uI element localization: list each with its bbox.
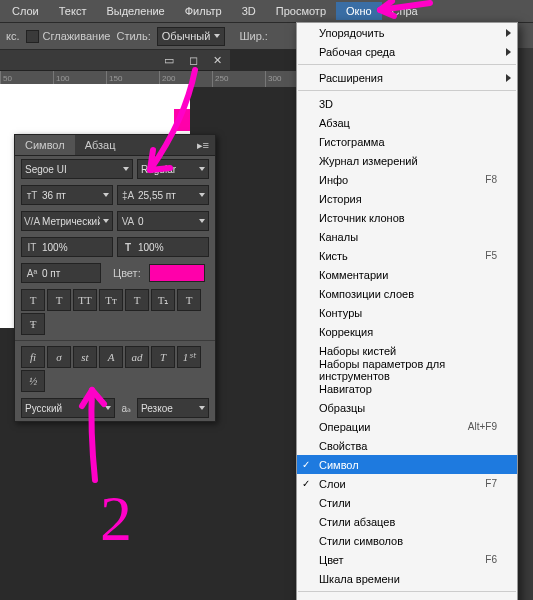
menu-item-рабочая-среда[interactable]: Рабочая среда [297,42,517,61]
panel-menu-icon[interactable]: ▸≡ [191,139,215,152]
menu-item-свойства[interactable]: Свойства [297,436,517,455]
opentype-button[interactable]: ½ [21,370,45,392]
menu-item-слои[interactable]: ✓СлоиF7 [297,474,517,493]
selection-box [174,109,190,131]
character-panel[interactable]: Символ Абзац ▸≡ Segoe UI Regular тT36 пт… [14,134,216,422]
vscale-icon: IT [25,240,39,254]
style-button[interactable]: T₁ [151,289,175,311]
style-label: Стиль: [116,30,150,42]
color-label: Цвет: [113,267,141,279]
maximize-icon[interactable]: ◻ [186,54,200,67]
menu-слои[interactable]: Слои [2,2,49,20]
style-button[interactable]: TT [73,289,97,311]
menu-item-композиции-слоев[interactable]: Композиции слоев [297,284,517,303]
menu-item-инфо[interactable]: ИнфоF8 [297,170,517,189]
menu-item-наборы-параметров-для-инструментов[interactable]: Наборы параметров для инструментов [297,360,517,379]
menu-item-история[interactable]: История [297,189,517,208]
style-dropdown[interactable]: Обычный [157,27,226,46]
menu-item-кисть[interactable]: КистьF5 [297,246,517,265]
menu-текст[interactable]: Текст [49,2,97,20]
menu-item-параметры[interactable]: ✓Параметры [297,595,517,600]
font-size-field[interactable]: тT36 пт [21,185,113,205]
width-label: Шир.: [239,30,267,42]
panel-tabs: Символ Абзац ▸≡ [15,135,215,156]
menu-item-источник-клонов[interactable]: Источник клонов [297,208,517,227]
menu-item-стили[interactable]: Стили [297,493,517,512]
menubar: СлоиТекстВыделениеФильтр3DПросмотрОкноСп… [0,0,533,23]
tab-paragraph[interactable]: Абзац [75,135,126,155]
horizontal-scale-field[interactable]: T100% [117,237,209,257]
menu-item-3d[interactable]: 3D [297,94,517,113]
color-swatch[interactable] [149,264,205,282]
tracking-field[interactable]: VA0 [117,211,209,231]
menu-item-каналы[interactable]: Каналы [297,227,517,246]
menu-item-операции[interactable]: ОперацииAlt+F9 [297,417,517,436]
menu-item-расширения[interactable]: Расширения [297,68,517,87]
menu-item-стили-абзацев[interactable]: Стили абзацев [297,512,517,531]
menu-item-коррекция[interactable]: Коррекция [297,322,517,341]
menu-выделение[interactable]: Выделение [96,2,174,20]
baseline-icon: Aª [25,266,39,280]
menu-item-контуры[interactable]: Контуры [297,303,517,322]
kerning-field[interactable]: V/AМетрический [21,211,113,231]
tab-character[interactable]: Символ [15,135,75,155]
kerning-icon: V/A [25,214,39,228]
menu-спра[interactable]: Спра [382,2,428,20]
menu-item-комментарии[interactable]: Комментарии [297,265,517,284]
opentype-button[interactable]: fi [21,346,45,368]
vertical-scale-field[interactable]: IT100% [21,237,113,257]
antialias-field[interactable]: Резкое [137,398,209,418]
menu-item-стили-символов[interactable]: Стили символов [297,531,517,550]
menu-item-навигатор[interactable]: Навигатор [297,379,517,398]
minimize-icon[interactable]: ▭ [162,54,176,67]
opentype-button[interactable]: 1ˢᵗ [177,346,201,368]
document-window-controls: ▭ ◻ ✕ [0,50,230,71]
style-button[interactable]: T [21,289,45,311]
menu-окно[interactable]: Окно [336,2,382,20]
smoothing-checkbox[interactable] [26,30,39,43]
opentype-button[interactable]: st [73,346,97,368]
font-weight-field[interactable]: Regular [137,159,209,179]
font-family-field[interactable]: Segoe UI [21,159,133,179]
chevron-down-icon [214,34,220,38]
submenu-arrow-icon [506,74,511,82]
opentype-button[interactable]: T [151,346,175,368]
opentype-button[interactable]: ad [125,346,149,368]
menu-просмотр[interactable]: Просмотр [266,2,336,20]
submenu-arrow-icon [506,48,511,56]
baseline-shift-field[interactable]: Aª0 пт [21,263,101,283]
opentype-button[interactable]: A [99,346,123,368]
menu-item-упорядочить[interactable]: Упорядочить [297,23,517,42]
opentype-button[interactable]: σ [47,346,71,368]
style-button[interactable]: T [47,289,71,311]
menu-item-гистограмма[interactable]: Гистограмма [297,132,517,151]
language-field[interactable]: Русский [21,398,115,418]
tracking-icon: VA [121,214,135,228]
style-button[interactable]: Tт [99,289,123,311]
menu-item-образцы[interactable]: Образцы [297,398,517,417]
menu-item-абзац[interactable]: Абзац [297,113,517,132]
type-style-buttons: TTTTTтTT₁TŦ [15,286,215,338]
aa-icon: aₐ [119,403,133,414]
suffix-label: кс. [6,30,20,42]
leading-icon: ‡A [121,188,135,202]
smoothing-label: Сглаживание [43,30,111,42]
right-panel-strip [516,48,533,600]
hscale-icon: T [121,240,135,254]
font-size-icon: тT [25,188,39,202]
menu-item-цвет[interactable]: ЦветF6 [297,550,517,569]
menu-item-шкала-времени[interactable]: Шкала времени [297,569,517,588]
opentype-buttons: fiσstAadT1ˢᵗ½ [15,343,215,395]
window-menu-dropdown: УпорядочитьРабочая средаРасширения3DАбза… [296,22,518,600]
style-button[interactable]: Ŧ [21,313,45,335]
menu-item-журнал-измерений[interactable]: Журнал измерений [297,151,517,170]
annotation-number-2: 2 [100,483,132,554]
close-icon[interactable]: ✕ [210,54,224,67]
style-button[interactable]: T [125,289,149,311]
menu-фильтр[interactable]: Фильтр [175,2,232,20]
leading-field[interactable]: ‡A25,55 пт [117,185,209,205]
menu-3d[interactable]: 3D [232,2,266,20]
menu-item-символ[interactable]: ✓Символ [297,455,517,474]
style-button[interactable]: T [177,289,201,311]
check-icon: ✓ [302,478,310,489]
